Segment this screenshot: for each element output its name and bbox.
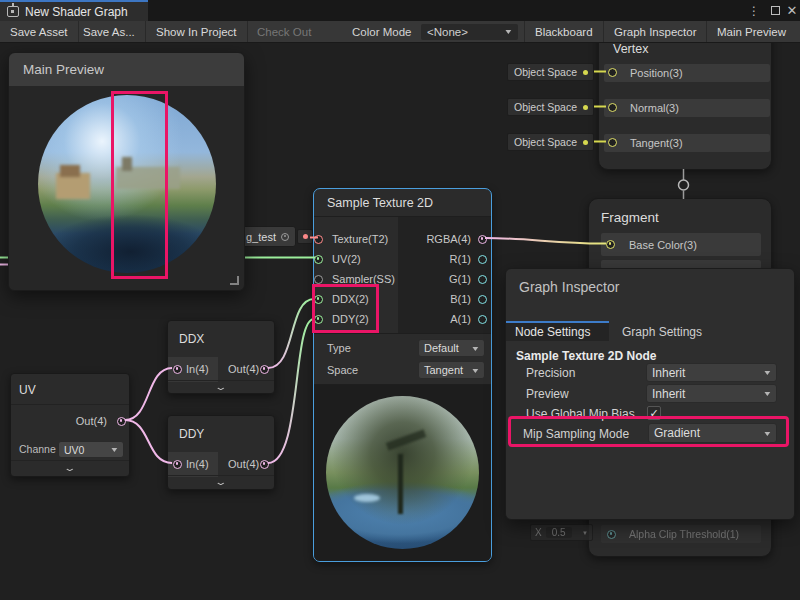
uv-channel-dropdown[interactable]: UV0▼ — [58, 441, 124, 458]
tab-title: New Shader Graph — [25, 5, 128, 19]
ddx-collapse-row[interactable]: ⌄ — [168, 380, 274, 393]
port-label: Position(3) — [630, 67, 683, 79]
object-space-token[interactable]: Object Space — [507, 98, 594, 116]
check-out-button[interactable]: Check Out — [247, 21, 321, 42]
port-ddx2[interactable] — [314, 295, 323, 304]
kebab-menu-icon[interactable]: ⋮ — [746, 0, 762, 21]
port-b1[interactable] — [478, 295, 487, 304]
port-label: Texture(T2) — [332, 233, 388, 245]
port-label: Normal(3) — [630, 102, 679, 114]
dropdown-value: Inherit — [652, 366, 685, 380]
document-tab[interactable]: New Shader Graph — [0, 0, 148, 21]
object-space-token[interactable]: Object Space — [507, 133, 594, 151]
chevron-down-icon: ⌄ — [214, 383, 228, 392]
blackboard-toggle-button[interactable]: Blackboard — [525, 21, 603, 42]
dropdown-value: <None> — [427, 26, 468, 38]
main-preview-header[interactable]: Main Preview — [9, 53, 244, 86]
node-ddy[interactable]: DDY In(4) Out(4) ⌄ — [167, 415, 275, 490]
type-dropdown[interactable]: Default▼ — [418, 339, 485, 357]
port-g1[interactable] — [478, 275, 487, 284]
chevron-down-icon: ▼ — [471, 367, 481, 374]
port-sampler-ss[interactable] — [314, 275, 323, 284]
node-ddx[interactable]: DDX In(4) Out(4) ⌄ — [167, 320, 275, 394]
port-label: B(1) — [450, 293, 471, 305]
close-icon[interactable]: ✕ — [784, 0, 800, 21]
toolbar: Save Asset Save As... Show In Project Ch… — [0, 21, 800, 43]
port-object-space-out[interactable] — [583, 70, 588, 75]
property-node-g-test[interactable]: g_test — [238, 226, 296, 247]
save-as-button[interactable]: Save As... — [73, 21, 146, 42]
tab-label: Graph Settings — [622, 325, 702, 339]
port-r1[interactable] — [478, 255, 487, 264]
resize-handle[interactable] — [230, 276, 239, 285]
port-a1[interactable] — [478, 315, 487, 324]
color-mode-dropdown[interactable]: <None>▼ — [421, 24, 518, 40]
port-label: In(4) — [186, 458, 209, 470]
shader-graph-window: Vertex Position(3) Normal(3) Tangent(3) … — [0, 0, 800, 600]
main-preview-sphere — [38, 95, 216, 273]
chevron-down-icon: ▼ — [763, 390, 773, 397]
alpha-clip-value-field[interactable]: X 0.5 ▼ — [530, 524, 593, 541]
port-uv2[interactable] — [314, 255, 323, 264]
preview-dropdown[interactable]: Inherit▼ — [646, 384, 777, 403]
space-dropdown[interactable]: Tangent▼ — [418, 361, 485, 379]
port-ddx-out[interactable] — [260, 365, 269, 374]
port-gtest-out[interactable] — [303, 234, 308, 239]
mip-mode-label: Mip Sampling Mode — [523, 427, 629, 441]
tab-label: Node Settings — [515, 325, 590, 339]
node-sample-texture-2d[interactable]: Sample Texture 2D Texture(T2) UV(2) Samp… — [313, 188, 492, 562]
check-icon: ✓ — [649, 407, 658, 419]
port-label: DDY(2) — [332, 313, 369, 325]
precision-dropdown[interactable]: Inherit▼ — [646, 363, 777, 382]
chevron-down-icon: ▼ — [471, 345, 481, 352]
uv-collapse-row[interactable]: ⌄ — [11, 460, 129, 476]
vertex-port-row: Position(3) — [604, 64, 770, 82]
maximize-icon[interactable] — [766, 0, 784, 21]
port-ddy-out[interactable] — [260, 460, 269, 469]
port-label: Tangent(3) — [630, 137, 683, 149]
color-mode-label: Color Mode — [352, 21, 411, 42]
main-preview-toggle-button[interactable]: Main Preview — [707, 21, 796, 42]
port-alpha-clip-threshold[interactable] — [607, 530, 616, 539]
port-label: Alpha Clip Threshold(1) — [629, 528, 739, 540]
port-label: DDX(2) — [332, 293, 369, 305]
chevron-down-icon: ▼ — [582, 530, 588, 536]
port-ddy2[interactable] — [314, 315, 323, 324]
show-in-project-button[interactable]: Show In Project — [146, 21, 248, 42]
save-asset-button[interactable]: Save Asset — [0, 21, 79, 42]
edge-uvout-to-ddy-in[interactable] — [125, 420, 172, 463]
mip-bias-checkbox[interactable]: ✓ — [647, 406, 661, 420]
sample-texture-title: Sample Texture 2D — [327, 196, 433, 210]
port-uv-out[interactable] — [117, 417, 126, 426]
tab-graph-settings[interactable]: Graph Settings — [609, 323, 721, 341]
port-base-color[interactable] — [606, 240, 615, 249]
fragment-node-title: Fragment — [601, 210, 659, 225]
graph-inspector-toggle-button[interactable]: Graph Inspector — [604, 21, 706, 42]
ddy-collapse-row[interactable]: ⌄ — [168, 475, 274, 489]
precision-label: Precision — [526, 366, 575, 380]
vertex-fragment-connector[interactable] — [679, 180, 689, 190]
value-field[interactable]: 0.5 — [546, 527, 572, 538]
dropdown-value: Default — [424, 342, 459, 354]
tab-node-settings[interactable]: Node Settings — [506, 323, 609, 341]
inspector-node-header: Sample Texture 2D Node — [516, 349, 656, 363]
chevron-down-icon: ▼ — [110, 446, 120, 453]
ddx-node-title: DDX — [179, 332, 204, 346]
edge-uvout-to-ddx-in[interactable] — [125, 368, 172, 420]
port-object-space-out[interactable] — [583, 140, 588, 145]
port-ddy-in[interactable] — [173, 460, 182, 469]
node-uv[interactable]: UV Out(4) Channe UV0▼ ⌄ — [10, 373, 130, 477]
port-texture-t2[interactable] — [314, 235, 323, 244]
object-space-token[interactable]: Object Space — [507, 63, 594, 81]
port-position[interactable] — [608, 68, 617, 77]
channel-label: Channe — [19, 443, 56, 455]
port-tangent[interactable] — [608, 138, 617, 147]
vertex-node-title: Vertex — [613, 42, 648, 56]
mip-mode-dropdown[interactable]: Gradient▼ — [648, 423, 777, 443]
port-object-space-out[interactable] — [583, 105, 588, 110]
port-normal[interactable] — [608, 103, 617, 112]
node-controls: Type Default▼ Space Tangent▼ — [314, 333, 491, 385]
graph-inspector-header[interactable]: Graph Inspector — [506, 269, 794, 321]
sample-texture-title-bar[interactable]: Sample Texture 2D — [314, 189, 491, 217]
port-ddx-in[interactable] — [173, 365, 182, 374]
